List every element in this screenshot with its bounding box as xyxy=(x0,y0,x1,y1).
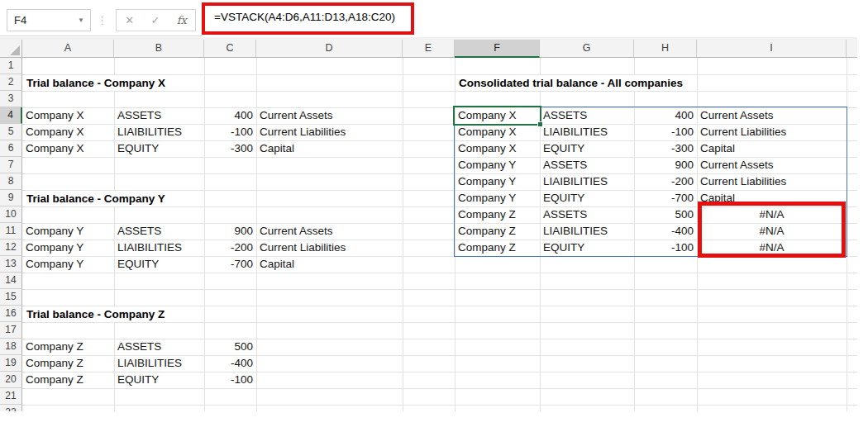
row-header-3[interactable]: 3 xyxy=(0,91,22,107)
cell-I5[interactable]: Current Liabilities xyxy=(697,124,847,140)
cell-B19[interactable]: LIAIBILITIES xyxy=(114,355,204,372)
cell-G5[interactable]: LIAIBILITIES xyxy=(540,124,634,140)
name-box-dropdown-icon[interactable]: ▼ xyxy=(78,10,84,31)
cell-B6[interactable]: EQUITY xyxy=(114,140,204,157)
cell-B18[interactable]: ASSETS xyxy=(114,339,204,355)
cell-A4[interactable]: Company X xyxy=(22,107,114,124)
row-header-10[interactable]: 10 xyxy=(0,206,22,223)
cell-C19[interactable]: -400 xyxy=(204,355,256,372)
cell-H5[interactable]: -100 xyxy=(634,124,697,140)
cell-G12[interactable]: EQUITY xyxy=(540,240,634,256)
insert-function-icon[interactable]: fx xyxy=(177,14,187,26)
column-header-E[interactable]: E xyxy=(403,40,455,58)
row-header-11[interactable]: 11 xyxy=(0,223,22,240)
cell-F12[interactable]: Company Z xyxy=(455,240,540,256)
row-header-9[interactable]: 9 xyxy=(0,190,22,206)
cell-C11[interactable]: 900 xyxy=(204,223,256,240)
cell-H7[interactable]: 900 xyxy=(634,157,697,173)
column-header-edge[interactable] xyxy=(847,40,857,58)
cell-G7[interactable]: ASSETS xyxy=(540,157,634,173)
cell-A13[interactable]: Company Y xyxy=(22,256,114,273)
column-header-F[interactable]: F xyxy=(455,40,540,58)
cell-B11[interactable]: ASSETS xyxy=(114,223,204,240)
cell-A11[interactable]: Company Y xyxy=(22,223,114,240)
cell-H8[interactable]: -200 xyxy=(634,173,697,190)
cell-H11[interactable]: -400 xyxy=(634,223,697,240)
cell-I7[interactable]: Current Assets xyxy=(697,157,847,173)
cell-H6[interactable]: -300 xyxy=(634,140,697,157)
cell-C6[interactable]: -300 xyxy=(204,140,256,157)
cell-D12[interactable]: Current Liabilities xyxy=(256,240,403,256)
cell-I6[interactable]: Capital xyxy=(697,140,847,157)
enter-icon[interactable]: ✓ xyxy=(150,14,160,26)
cell-F11[interactable]: Company Z xyxy=(455,223,540,240)
cell-H10[interactable]: 500 xyxy=(634,206,697,223)
cell-A9[interactable]: Trial balance - Company Y xyxy=(23,191,168,206)
column-header-I[interactable]: I xyxy=(697,40,847,58)
cell-D11[interactable]: Current Assets xyxy=(256,223,403,240)
cell-B20[interactable]: EQUITY xyxy=(114,372,204,388)
cell-I10[interactable]: #N/A xyxy=(697,206,847,223)
cell-I12[interactable]: #N/A xyxy=(697,240,847,256)
fill-handle[interactable] xyxy=(537,121,543,127)
cell-F10[interactable]: Company Z xyxy=(455,206,540,223)
cell-F8[interactable]: Company Y xyxy=(455,173,540,190)
row-header-13[interactable]: 13 xyxy=(0,256,22,273)
cell-B13[interactable]: EQUITY xyxy=(114,256,204,273)
cell-B5[interactable]: LIAIBILITIES xyxy=(114,124,204,140)
row-header-5[interactable]: 5 xyxy=(0,124,22,140)
row-header-17[interactable]: 17 xyxy=(0,322,22,339)
cell-C13[interactable]: -700 xyxy=(204,256,256,273)
row-header-22[interactable]: 22 xyxy=(0,405,22,411)
cell-B4[interactable]: ASSETS xyxy=(114,107,204,124)
cell-G8[interactable]: LIAIBILITIES xyxy=(540,173,634,190)
cell-I9[interactable]: Capital xyxy=(697,190,847,206)
cell-A2[interactable]: Trial balance - Company X xyxy=(23,75,168,91)
row-header-19[interactable]: 19 xyxy=(0,355,22,372)
row-header-1[interactable]: 1 xyxy=(0,58,22,74)
cell-G11[interactable]: LIAIBILITIES xyxy=(540,223,634,240)
row-header-20[interactable]: 20 xyxy=(0,372,22,388)
column-header-B[interactable]: B xyxy=(114,40,204,58)
cell-A16[interactable]: Trial balance - Company Z xyxy=(23,306,167,322)
cell-C18[interactable]: 500 xyxy=(204,339,256,355)
row-header-18[interactable]: 18 xyxy=(0,339,22,355)
cell-F9[interactable]: Company Y xyxy=(455,190,540,206)
row-header-2[interactable]: 2 xyxy=(0,74,22,91)
select-all-corner[interactable] xyxy=(0,40,22,58)
cell-I8[interactable]: Current Liabilities xyxy=(697,173,847,190)
formula-input[interactable]: =VSTACK(A4:D6,A11:D13,A18:C20) xyxy=(203,0,857,36)
cell-G9[interactable]: EQUITY xyxy=(540,190,634,206)
column-header-G[interactable]: G xyxy=(540,40,634,58)
cell-D6[interactable]: Capital xyxy=(256,140,403,157)
cell-C5[interactable]: -100 xyxy=(204,124,256,140)
row-header-16[interactable]: 16 xyxy=(0,306,22,322)
column-header-D[interactable]: D xyxy=(256,40,403,58)
cell-I11[interactable]: #N/A xyxy=(697,223,847,240)
cell-F5[interactable]: Company X xyxy=(455,124,540,140)
cell-B12[interactable]: LIAIBILITIES xyxy=(114,240,204,256)
cell-G10[interactable]: ASSETS xyxy=(540,206,634,223)
cell-A20[interactable]: Company Z xyxy=(22,372,114,388)
cell-H4[interactable]: 400 xyxy=(634,107,697,124)
cell-F6[interactable]: Company X xyxy=(455,140,540,157)
cell-G4[interactable]: ASSETS xyxy=(540,107,634,124)
cell-A5[interactable]: Company X xyxy=(22,124,114,140)
cell-F4[interactable]: Company X xyxy=(455,107,540,124)
row-header-14[interactable]: 14 xyxy=(0,273,22,289)
cell-I4[interactable]: Current Assets xyxy=(697,107,847,124)
cell-C12[interactable]: -200 xyxy=(204,240,256,256)
column-header-C[interactable]: C xyxy=(204,40,256,58)
cell-C20[interactable]: -100 xyxy=(204,372,256,388)
column-header-A[interactable]: A xyxy=(22,40,114,58)
cancel-icon[interactable]: ✕ xyxy=(125,14,134,26)
cell-A18[interactable]: Company Z xyxy=(22,339,114,355)
cell-F2[interactable]: Consolidated trial balance - All compani… xyxy=(455,75,685,91)
row-header-15[interactable]: 15 xyxy=(0,289,22,306)
cell-H9[interactable]: -700 xyxy=(634,190,697,206)
name-box[interactable]: F4 ▼ xyxy=(7,9,91,31)
cell-A6[interactable]: Company X xyxy=(22,140,114,157)
cell-H12[interactable]: -100 xyxy=(634,240,697,256)
column-header-H[interactable]: H xyxy=(634,40,697,58)
row-header-8[interactable]: 8 xyxy=(0,173,22,190)
